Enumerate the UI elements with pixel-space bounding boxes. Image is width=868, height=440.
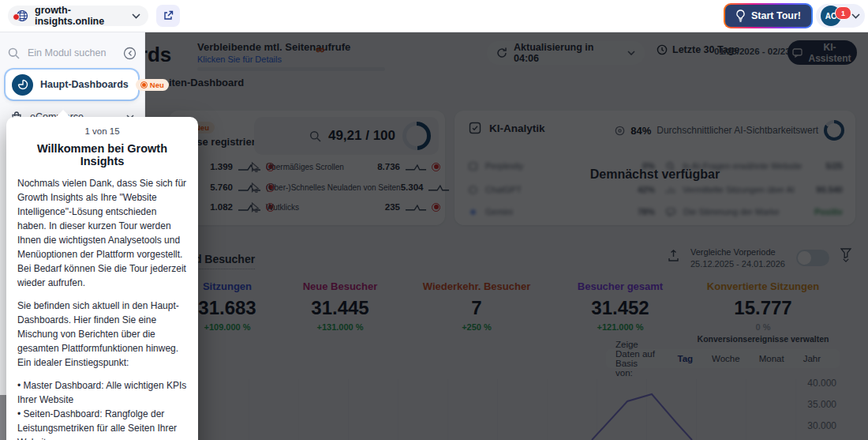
search-input[interactable]: [26, 47, 108, 59]
record-icon: [266, 163, 275, 171]
ai-card-header: KI-Analytik: [469, 122, 545, 134]
tour-popup: 1 von 15 Willkommen bei Growth Insights …: [6, 117, 198, 440]
export-icon[interactable]: [668, 250, 679, 263]
date-range-dates[interactable]: 01/25/2026 - 02/23/2026: [714, 47, 813, 56]
sidebar-item-haupt-dashboards[interactable]: Haupt-Dashboards Neu: [6, 70, 138, 100]
ai-analytics-card: KI-Analytik 84% Durchschnittlicher AI-Si…: [455, 111, 855, 225]
gemini-icon: [469, 208, 477, 216]
granularity-monat[interactable]: Monat: [750, 354, 794, 363]
refresh-icon: [496, 47, 507, 58]
cursor-icon: [251, 182, 260, 193]
sparkline-icon: [238, 183, 261, 192]
ai-score-gauge: [824, 120, 844, 141]
open-site-button[interactable]: [156, 5, 180, 27]
ai-provider-row: Gemini 78%: [469, 205, 655, 218]
record-icon: [432, 203, 440, 212]
gridline: [795, 379, 796, 440]
record-icon: [266, 203, 275, 212]
account-menu[interactable]: AC 1: [816, 4, 865, 28]
circle-icon: [615, 126, 625, 136]
clock-icon: [657, 44, 668, 55]
granularity-woche[interactable]: Woche: [702, 354, 750, 363]
ai-assistant-button[interactable]: KI-Assistent: [788, 40, 857, 65]
event-row: Wutklicks 235: [251, 201, 440, 213]
remaining-progress-bar: [197, 67, 385, 71]
ai-visibility-score: 84% Durchschnittlicher AI-Sichtbarkeitsw…: [615, 120, 844, 141]
site-selector[interactable]: growth-insights.online: [8, 6, 148, 26]
compare-controls: Vergleiche Vorperiode 25.12.2025 - 24.01…: [668, 246, 851, 270]
granularity-label: Zeige Daten auf Basis von:: [615, 340, 657, 378]
gridline: [597, 379, 597, 440]
sparkline-icon: [405, 163, 427, 171]
module-search: [8, 43, 137, 63]
chevron-down-icon: [627, 51, 635, 55]
events-card: Neu Ereignisse registriert: 172.516 49,2…: [169, 111, 445, 225]
metric-wiederkehrende-besucher: Wiederkehr. Besucher 7 +250 %: [418, 280, 535, 332]
chat-icon: [792, 48, 803, 58]
score-panel: 49,21 / 100: [254, 117, 439, 155]
y-axis-tick: 30.000: [800, 420, 836, 431]
gridline: [298, 379, 299, 440]
neu-badge: Neu: [136, 79, 169, 91]
filter-button[interactable]: [840, 248, 851, 262]
chevron-down-icon: [132, 13, 140, 19]
notification-badge: 1: [835, 6, 851, 20]
chatgpt-icon: [469, 186, 477, 194]
ai-provider-row: ChatGPT 42%: [469, 183, 655, 196]
site-name: growth-insights.online: [35, 5, 125, 27]
gridline: [547, 379, 548, 440]
granularity-jahr[interactable]: Jahr: [794, 354, 830, 363]
checkbox-icon: [469, 122, 481, 134]
globe-icon: [16, 9, 28, 22]
gridline: [696, 379, 697, 440]
score-value: 49,21 / 100: [328, 128, 395, 144]
tab-label: Seiten-Dashboard: [156, 77, 244, 88]
date-range-preset[interactable]: Letzte 30 Tage: [657, 44, 739, 55]
ai-blurred-rows: Perplexity 0% ChatGPT 42% Gemini 78% In …: [455, 155, 855, 218]
gridline: [398, 379, 398, 440]
remaining-details-link[interactable]: Klicken Sie für Details: [197, 55, 387, 64]
record-icon: [432, 163, 440, 171]
ai-assistant-label: KI-Assistent: [807, 42, 852, 64]
gridline: [497, 379, 498, 440]
compare-period-label: Vergleiche Vorperiode 25.12.2025 - 24.01…: [690, 246, 785, 270]
tour-bullet: • Seiten-Dashboard: Rangfolge der Leistu…: [17, 407, 187, 440]
gridline: [746, 379, 746, 440]
status-dot: [13, 13, 20, 21]
sparkline-icon: [238, 203, 261, 212]
gridline: [447, 379, 448, 440]
mention-icon: [666, 162, 675, 171]
tour-bullet-list: • Master Dashboard: Alle wichtigen KPIs …: [17, 378, 187, 440]
score-gauge: [402, 122, 431, 150]
dashboard-pie-icon: [12, 74, 33, 96]
refresh-countdown[interactable]: Aktualisierung in 04:06: [487, 41, 645, 65]
start-tour-button[interactable]: Start Tour!: [724, 3, 813, 28]
search-icon: [8, 47, 20, 59]
metric-neue-besucher: Neue Besucher 31.445 +131.000 %: [282, 280, 398, 332]
dot-icon: [140, 81, 148, 88]
sessions-icon: [666, 186, 675, 194]
gridline: [249, 379, 249, 440]
y-axis-tick: 35.000: [800, 399, 836, 410]
coming-soon-label: Demnächst verfügbar: [455, 167, 855, 182]
tour-step-counter: 1 von 15: [17, 126, 187, 136]
collapse-sidebar-icon[interactable]: [123, 47, 137, 60]
sparkline-icon: [428, 183, 450, 192]
sparkline-icon: [238, 163, 261, 171]
cursor-icon: [251, 202, 260, 212]
tour-bullet: • Master Dashboard: Alle wichtigen KPIs …: [17, 378, 187, 407]
ai-card-title: KI-Analytik: [489, 122, 545, 134]
ai-stat-row: Vermittelte Sitzungen über AI 90.540: [666, 183, 843, 196]
compare-toggle[interactable]: [796, 250, 829, 266]
external-link-icon: [163, 10, 174, 21]
refresh-label: Aktualisierung in 04:06: [514, 42, 621, 64]
manage-conversions-link[interactable]: Konversionsereignisse verwalten: [680, 334, 846, 344]
chevron-down-icon: [851, 13, 860, 19]
record-icon: [455, 183, 463, 192]
cursor-icon: [251, 162, 260, 172]
granularity-tag[interactable]: Tag: [668, 354, 702, 363]
granularity-switcher: Zeige Daten auf Basis von: Tag Woche Mon…: [606, 349, 840, 368]
metric-besucher-gesamt: Besucher gesamt 31.452 +121.000 %: [562, 280, 679, 332]
ai-stat-row: In AI-Fragen erwähnte Website 5/25: [666, 160, 843, 172]
infinity-symbol: ∞: [316, 43, 324, 57]
